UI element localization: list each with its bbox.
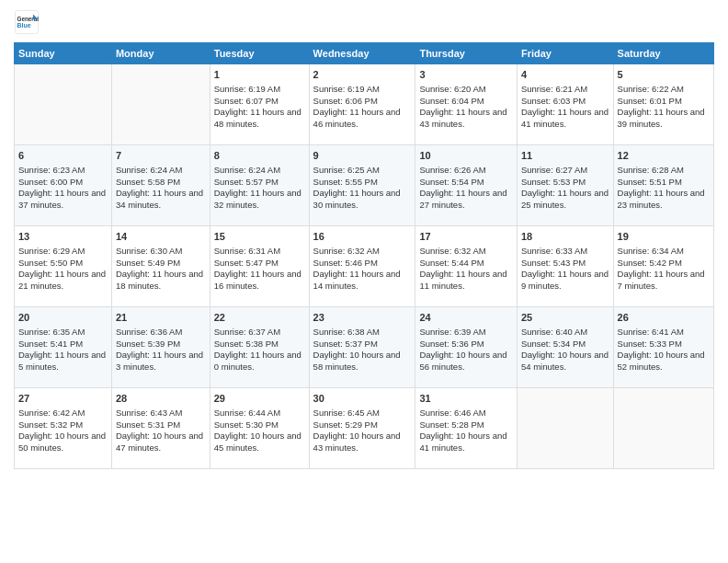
cell-text: Sunset: 5:39 PM [116, 339, 206, 350]
cell-text: Sunset: 5:54 PM [419, 177, 513, 189]
cell-text: Sunrise: 6:24 AM [116, 165, 206, 177]
cell-text: Daylight: 11 hours and 46 minutes. [313, 107, 412, 131]
calendar-cell: 3Sunrise: 6:20 AMSunset: 6:04 PMDaylight… [415, 64, 518, 145]
day-number: 18 [521, 230, 609, 244]
cell-text: Sunrise: 6:42 AM [18, 408, 108, 419]
header: General Blue [14, 9, 714, 35]
day-number: 7 [116, 149, 206, 163]
cell-text: Sunrise: 6:32 AM [313, 246, 412, 258]
cell-text: Sunrise: 6:32 AM [419, 246, 513, 258]
cell-text: Sunset: 5:33 PM [618, 339, 710, 350]
cell-text: Daylight: 11 hours and 16 minutes. [214, 269, 305, 293]
cell-text: Sunset: 5:42 PM [618, 258, 710, 270]
week-row-2: 6Sunrise: 6:23 AMSunset: 6:00 PMDaylight… [15, 145, 714, 226]
calendar-cell: 24Sunrise: 6:39 AMSunset: 5:36 PMDayligh… [415, 307, 518, 388]
cell-text: Daylight: 10 hours and 41 minutes. [419, 431, 513, 454]
day-number: 4 [521, 68, 609, 82]
cell-text: Sunset: 5:31 PM [116, 419, 206, 431]
column-header-thursday: Thursday [415, 43, 518, 64]
cell-text: Daylight: 11 hours and 43 minutes. [419, 107, 513, 131]
calendar-cell: 11Sunrise: 6:27 AMSunset: 5:53 PMDayligh… [517, 145, 613, 226]
cell-text: Sunset: 6:04 PM [419, 96, 513, 108]
calendar-cell: 22Sunrise: 6:37 AMSunset: 5:38 PMDayligh… [210, 307, 309, 388]
calendar-header: SundayMondayTuesdayWednesdayThursdayFrid… [15, 43, 714, 64]
cell-text: Daylight: 11 hours and 0 minutes. [214, 350, 305, 373]
calendar-cell: 17Sunrise: 6:32 AMSunset: 5:44 PMDayligh… [415, 226, 518, 307]
cell-text: Daylight: 11 hours and 5 minutes. [18, 350, 108, 373]
day-number: 5 [618, 68, 710, 82]
calendar-cell: 29Sunrise: 6:44 AMSunset: 5:30 PMDayligh… [210, 388, 309, 469]
cell-text: Sunrise: 6:27 AM [521, 165, 609, 177]
calendar-cell: 23Sunrise: 6:38 AMSunset: 5:37 PMDayligh… [309, 307, 415, 388]
cell-text: Sunset: 6:03 PM [521, 96, 609, 108]
day-number: 14 [116, 230, 206, 244]
cell-text: Daylight: 10 hours and 52 minutes. [618, 350, 710, 373]
day-number: 9 [313, 149, 412, 163]
cell-text: Sunset: 5:44 PM [419, 258, 513, 270]
cell-text: Sunrise: 6:44 AM [214, 408, 305, 419]
cell-text: Sunset: 5:43 PM [521, 258, 609, 270]
day-number: 30 [313, 392, 412, 406]
cell-text: Sunrise: 6:46 AM [419, 408, 513, 419]
svg-text:Blue: Blue [17, 22, 31, 29]
week-row-3: 13Sunrise: 6:29 AMSunset: 5:50 PMDayligh… [15, 226, 714, 307]
cell-text: Daylight: 11 hours and 37 minutes. [18, 188, 108, 212]
cell-text: Sunrise: 6:30 AM [116, 246, 206, 258]
cell-text: Sunrise: 6:26 AM [419, 165, 513, 177]
cell-text: Sunrise: 6:38 AM [313, 327, 412, 339]
cell-text: Daylight: 10 hours and 45 minutes. [214, 431, 305, 454]
cell-text: Daylight: 10 hours and 50 minutes. [18, 431, 108, 454]
calendar-cell: 16Sunrise: 6:32 AMSunset: 5:46 PMDayligh… [309, 226, 415, 307]
day-number: 2 [313, 68, 412, 82]
calendar-cell: 18Sunrise: 6:33 AMSunset: 5:43 PMDayligh… [517, 226, 613, 307]
cell-text: Daylight: 10 hours and 56 minutes. [419, 350, 513, 373]
cell-text: Sunset: 6:07 PM [214, 96, 305, 108]
week-row-4: 20Sunrise: 6:35 AMSunset: 5:41 PMDayligh… [15, 307, 714, 388]
column-header-sunday: Sunday [15, 43, 112, 64]
calendar-cell: 25Sunrise: 6:40 AMSunset: 5:34 PMDayligh… [517, 307, 613, 388]
day-number: 23 [313, 311, 412, 325]
calendar-cell [15, 64, 112, 145]
cell-text: Sunset: 5:51 PM [618, 177, 710, 189]
calendar-cell: 15Sunrise: 6:31 AMSunset: 5:47 PMDayligh… [210, 226, 309, 307]
cell-text: Sunrise: 6:33 AM [521, 246, 609, 258]
cell-text: Sunrise: 6:20 AM [419, 84, 513, 96]
day-number: 25 [521, 311, 609, 325]
week-row-1: 1Sunrise: 6:19 AMSunset: 6:07 PMDaylight… [15, 64, 714, 145]
cell-text: Sunset: 5:30 PM [214, 419, 305, 431]
cell-text: Daylight: 11 hours and 18 minutes. [116, 269, 206, 293]
calendar-cell: 7Sunrise: 6:24 AMSunset: 5:58 PMDaylight… [111, 145, 210, 226]
cell-text: Sunset: 5:47 PM [214, 258, 305, 270]
header-row: SundayMondayTuesdayWednesdayThursdayFrid… [15, 43, 714, 64]
cell-text: Sunrise: 6:29 AM [18, 246, 108, 258]
cell-text: Daylight: 11 hours and 48 minutes. [214, 107, 305, 131]
cell-text: Sunrise: 6:34 AM [618, 246, 710, 258]
day-number: 8 [214, 149, 305, 163]
cell-text: Sunrise: 6:25 AM [313, 165, 412, 177]
cell-text: Sunset: 5:55 PM [313, 177, 412, 189]
day-number: 31 [419, 392, 513, 406]
day-number: 6 [18, 149, 108, 163]
calendar-cell: 21Sunrise: 6:36 AMSunset: 5:39 PMDayligh… [111, 307, 210, 388]
calendar-cell: 31Sunrise: 6:46 AMSunset: 5:28 PMDayligh… [415, 388, 518, 469]
cell-text: Sunrise: 6:31 AM [214, 246, 305, 258]
day-number: 1 [214, 68, 305, 82]
cell-text: Sunrise: 6:43 AM [116, 408, 206, 419]
week-row-5: 27Sunrise: 6:42 AMSunset: 5:32 PMDayligh… [15, 388, 714, 469]
cell-text: Sunset: 6:00 PM [18, 177, 108, 189]
calendar-cell: 1Sunrise: 6:19 AMSunset: 6:07 PMDaylight… [210, 64, 309, 145]
cell-text: Sunrise: 6:36 AM [116, 327, 206, 339]
day-number: 20 [18, 311, 108, 325]
day-number: 11 [521, 149, 609, 163]
column-header-wednesday: Wednesday [309, 43, 415, 64]
day-number: 13 [18, 230, 108, 244]
cell-text: Sunrise: 6:23 AM [18, 165, 108, 177]
cell-text: Daylight: 11 hours and 39 minutes. [618, 107, 710, 131]
day-number: 28 [116, 392, 206, 406]
calendar-cell: 20Sunrise: 6:35 AMSunset: 5:41 PMDayligh… [15, 307, 112, 388]
column-header-friday: Friday [517, 43, 613, 64]
calendar-cell: 19Sunrise: 6:34 AMSunset: 5:42 PMDayligh… [613, 226, 713, 307]
cell-text: Sunrise: 6:19 AM [313, 84, 412, 96]
calendar-cell: 2Sunrise: 6:19 AMSunset: 6:06 PMDaylight… [309, 64, 415, 145]
cell-text: Daylight: 11 hours and 30 minutes. [313, 188, 412, 212]
